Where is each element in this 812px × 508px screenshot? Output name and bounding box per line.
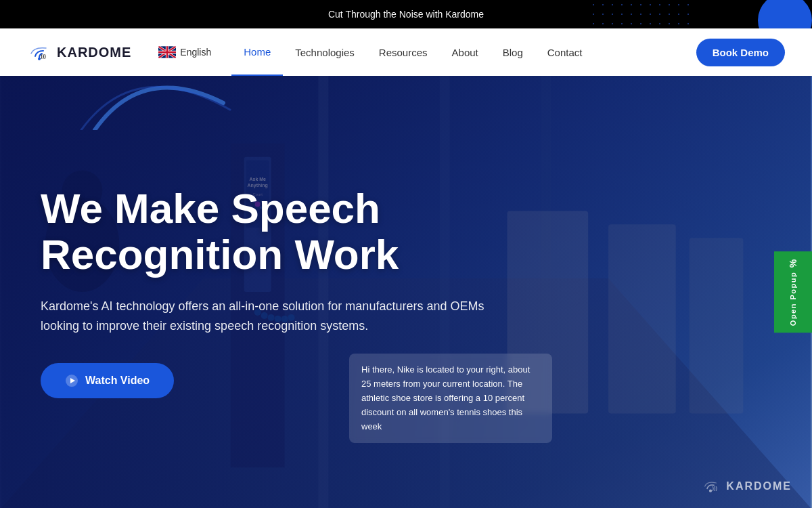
watch-video-button[interactable]: Watch Video [41, 363, 174, 398]
arc-decoration [41, 76, 244, 133]
svg-text:))): ))) [713, 485, 718, 491]
announcement-text: Cut Through the Noise with Kardome [328, 9, 484, 20]
open-popup-button[interactable]: Open Popup % [774, 251, 812, 333]
navbar: ))) KARDOME English Home Technologies Re… [0, 28, 812, 76]
hero-section: Ask Me Anything Court [0, 76, 812, 508]
watermark: ))) KARDOME [700, 478, 792, 494]
nav-actions: Book Demo [696, 39, 785, 66]
lang-label: English [180, 47, 211, 58]
chat-bubble: Hi there, Nike is located to your right,… [349, 354, 552, 443]
logo-text: KARDOME [57, 45, 131, 60]
logo[interactable]: ))) KARDOME [27, 43, 131, 62]
nav-about[interactable]: About [440, 28, 491, 76]
hero-subtitle: Kardome's AI technology offers an all-in… [41, 297, 514, 336]
nav-blog[interactable]: Blog [491, 28, 535, 76]
announcement-bar: Cut Through the Noise with Kardome [0, 0, 812, 28]
book-demo-button[interactable]: Book Demo [696, 39, 785, 66]
percent-icon: % [788, 258, 798, 268]
nav-contact[interactable]: Contact [535, 28, 595, 76]
watermark-text: KARDOME [726, 480, 792, 492]
nav-technologies[interactable]: Technologies [283, 28, 367, 76]
nav-home[interactable]: Home [231, 28, 283, 76]
svg-point-30 [709, 490, 712, 492]
hero-title: We Make Speech Recognition Work [41, 186, 555, 278]
language-selector[interactable]: English [158, 46, 211, 58]
nav-resources[interactable]: Resources [367, 28, 440, 76]
play-icon [65, 374, 78, 387]
logo-icon: ))) [27, 43, 51, 62]
watermark-logo-icon: ))) [700, 478, 721, 494]
svg-text:))): ))) [41, 53, 46, 59]
open-popup-container: Open Popup % [774, 251, 812, 333]
